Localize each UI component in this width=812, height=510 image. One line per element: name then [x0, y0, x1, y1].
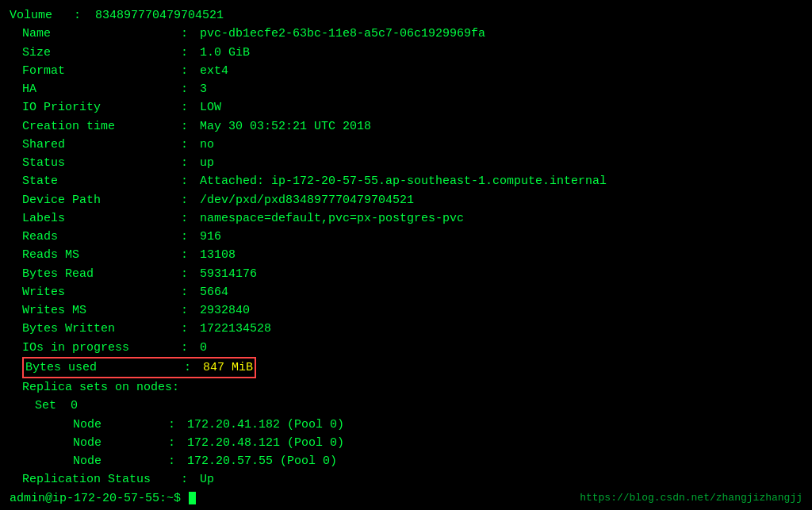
line-set0: Set 0: [10, 397, 802, 415]
ios-in-progress-label: IOs in progress: [22, 339, 181, 357]
reads-label: Reads: [22, 228, 181, 246]
line-shared: Shared : no: [10, 136, 802, 154]
reads-ms-value: 13108: [200, 246, 236, 264]
line-creation-time: Creation time : May 30 03:52:21 UTC 2018: [10, 117, 802, 136]
name-label: Name: [22, 25, 181, 43]
line-volume: Volume : 834897770479704521: [10, 6, 802, 25]
writes-value: 5664: [200, 283, 228, 301]
ha-value: 3: [200, 80, 207, 98]
creation-time-label: Creation time: [22, 117, 181, 136]
bytes-written-label: Bytes Written: [22, 320, 181, 338]
line-bytes-used: Bytes used : 847 MiB: [10, 357, 802, 378]
name-value: pvc-db1ecfe2-63bc-11e8-a5c7-06c1929969fa: [200, 25, 485, 43]
device-path-value: /dev/pxd/pxd834897770479704521: [200, 191, 414, 209]
line-name: Name : pvc-db1ecfe2-63bc-11e8-a5c7-06c19…: [10, 25, 802, 43]
bytes-used-highlight: Bytes used : 847 MiB: [22, 357, 256, 378]
shared-value: no: [200, 136, 214, 154]
prompt-line: admin@ip-172-20-57-55:~$: [10, 492, 196, 505]
size-label: Size: [22, 44, 181, 62]
bytes-written-value: 1722134528: [200, 320, 271, 338]
line-ios-in-progress: IOs in progress : 0: [10, 339, 802, 357]
set0-label: Set 0: [35, 397, 78, 415]
format-label: Format: [22, 62, 181, 80]
line-writes-ms: Writes MS : 2932840: [10, 301, 802, 320]
state-label: State: [22, 172, 181, 190]
device-path-label: Device Path: [22, 191, 181, 209]
line-labels: Labels : namespace=default,pvc=px-postgr…: [10, 209, 802, 228]
labels-label: Labels: [22, 209, 181, 228]
bytes-read-label: Bytes Read: [22, 265, 181, 283]
node2-value: 172.20.48.121 (Pool 0): [187, 434, 344, 452]
replication-status-label: Replication Status: [22, 470, 181, 489]
volume-value: 834897770479704521: [95, 6, 224, 25]
writes-label: Writes: [22, 283, 181, 301]
status-value: up: [200, 154, 214, 172]
writes-ms-value: 2932840: [200, 301, 250, 320]
node3-value: 172.20.57.55 (Pool 0): [187, 452, 337, 470]
status-label: Status: [22, 154, 181, 172]
line-node3: Node : 172.20.57.55 (Pool 0): [10, 452, 802, 470]
line-size: Size : 1.0 GiB: [10, 44, 802, 62]
ios-in-progress-value: 0: [200, 339, 207, 357]
cursor-block: [189, 492, 196, 504]
replica-sets-label: Replica sets on nodes:: [22, 378, 179, 397]
size-value: 1.0 GiB: [200, 44, 250, 62]
reads-value: 916: [200, 228, 221, 246]
reads-ms-label: Reads MS: [22, 246, 181, 264]
node2-label: Node: [73, 434, 168, 452]
io-priority-label: IO Priority: [22, 98, 181, 117]
line-replica-sets: Replica sets on nodes:: [10, 378, 802, 397]
line-reads: Reads : 916: [10, 228, 802, 246]
node1-value: 172.20.41.182 (Pool 0): [187, 416, 344, 434]
node1-label: Node: [73, 416, 168, 434]
watermark-text: https://blog.csdn.net/zhangjizhangjj: [580, 492, 802, 505]
line-state: State : Attached: ip-172-20-57-55.ap-sou…: [10, 172, 802, 190]
line-node1: Node : 172.20.41.182 (Pool 0): [10, 416, 802, 434]
io-priority-value: LOW: [200, 98, 221, 117]
replication-status-value: Up: [200, 470, 214, 489]
line-ha: HA : 3: [10, 80, 802, 98]
line-reads-ms: Reads MS : 13108: [10, 246, 802, 264]
state-value: Attached: ip-172-20-57-55.ap-southeast-1…: [200, 172, 607, 190]
terminal-output: Volume : 834897770479704521 Name : pvc-d…: [10, 6, 802, 489]
line-replication-status: Replication Status : Up: [10, 470, 802, 489]
node3-label: Node: [73, 452, 168, 470]
line-bytes-written: Bytes Written : 1722134528: [10, 320, 802, 338]
labels-value: namespace=default,pvc=px-postgres-pvc: [200, 209, 464, 228]
line-status: Status : up: [10, 154, 802, 172]
shared-label: Shared: [22, 136, 181, 154]
line-node2: Node : 172.20.48.121 (Pool 0): [10, 434, 802, 452]
prompt-text: admin@ip-172-20-57-55:~$: [10, 492, 181, 505]
line-format: Format : ext4: [10, 62, 802, 80]
line-bytes-read: Bytes Read : 59314176: [10, 265, 802, 283]
bytes-used-label: Bytes used: [25, 359, 184, 377]
bytes-used-value: 847 MiB: [203, 359, 253, 377]
terminal-footer: admin@ip-172-20-57-55:~$ https://blog.cs…: [0, 492, 812, 505]
creation-time-value: May 30 03:52:21 UTC 2018: [200, 117, 371, 136]
volume-label: Volume :: [10, 6, 95, 25]
writes-ms-label: Writes MS: [22, 301, 181, 320]
line-io-priority: IO Priority : LOW: [10, 98, 802, 117]
bytes-read-value: 59314176: [200, 265, 257, 283]
format-value: ext4: [200, 62, 228, 80]
ha-label: HA: [22, 80, 181, 98]
line-writes: Writes : 5664: [10, 283, 802, 301]
line-device-path: Device Path : /dev/pxd/pxd83489777047970…: [10, 191, 802, 209]
